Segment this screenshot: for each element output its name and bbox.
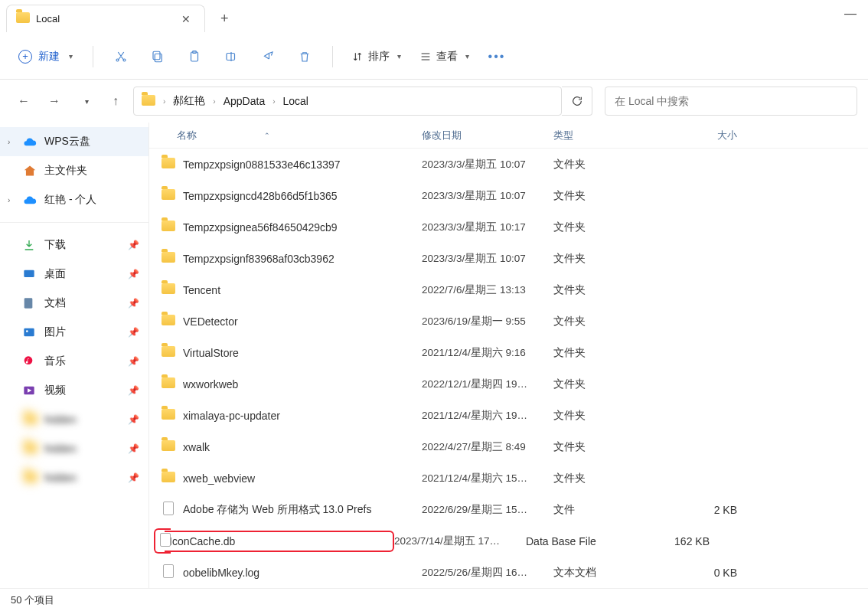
file-list-panel: 名称 ⌃ 修改日期 类型 大小 Tempzxpsign0881533e46c13… bbox=[149, 123, 868, 588]
new-button[interactable]: + 新建 ▾ bbox=[11, 45, 80, 68]
breadcrumb-segment[interactable]: Local bbox=[283, 95, 308, 107]
column-type[interactable]: 类型 bbox=[553, 129, 668, 142]
copy-button[interactable] bbox=[142, 41, 173, 72]
file-row[interactable]: xweb_webview2021/12/4/星期六 15…文件夹 bbox=[149, 462, 868, 494]
view-button[interactable]: 查看 ▾ bbox=[413, 50, 475, 64]
folder-icon bbox=[160, 189, 177, 202]
file-row[interactable]: Tencent2022/7/6/星期三 13:13文件夹 bbox=[149, 274, 868, 306]
file-type: 文件夹 bbox=[553, 189, 668, 203]
file-type: 文件夹 bbox=[553, 221, 668, 234]
pin-icon: 📌 bbox=[128, 443, 139, 454]
file-list[interactable]: Tempzxpsign0881533e46c133972023/3/3/星期五 … bbox=[149, 149, 868, 588]
sort-label: 排序 bbox=[368, 50, 390, 64]
share-button[interactable] bbox=[253, 41, 283, 72]
search-input[interactable] bbox=[605, 87, 857, 116]
file-type: 文本文档 bbox=[553, 566, 668, 580]
breadcrumb-segment[interactable]: 郝红艳 bbox=[173, 94, 205, 108]
sidebar-item[interactable]: hidden📌 bbox=[0, 463, 148, 492]
expand-icon: › bbox=[8, 196, 17, 204]
new-tab-button[interactable]: + bbox=[214, 8, 235, 30]
column-modified[interactable]: 修改日期 bbox=[422, 129, 553, 142]
sidebar-item[interactable]: 下载📌 bbox=[0, 230, 148, 260]
rename-button[interactable] bbox=[216, 41, 246, 72]
delete-button[interactable] bbox=[289, 41, 320, 72]
sidebar-item[interactable]: 音乐📌 bbox=[0, 347, 148, 376]
sidebar-item[interactable]: hidden📌 bbox=[0, 434, 148, 463]
file-size: 162 KB bbox=[641, 535, 710, 547]
chevron-down-icon: ▾ bbox=[397, 52, 401, 60]
home-icon bbox=[23, 165, 38, 177]
file-row[interactable]: Tempzxpsigncd428b66d5f1b3652023/3/3/星期五 … bbox=[149, 180, 868, 211]
file-row[interactable]: Tempzxpsign0881533e46c133972023/3/3/星期五 … bbox=[149, 149, 868, 180]
file-row[interactable]: Tempzxpsignf83968af03cb39622023/3/3/星期五 … bbox=[149, 243, 868, 274]
folder-icon bbox=[16, 12, 30, 25]
file-modified: 2022/5/26/星期四 16… bbox=[422, 566, 553, 580]
forward-button[interactable]: → bbox=[41, 88, 67, 114]
window-minimize-button[interactable]: — bbox=[833, 0, 868, 28]
file-type: 文件夹 bbox=[553, 346, 668, 360]
file-icon bbox=[160, 502, 177, 518]
tab-close-button[interactable]: ✕ bbox=[177, 13, 195, 25]
up-button[interactable]: ↑ bbox=[103, 88, 129, 114]
main-area: ›WPS云盘主文件夹›红艳 - 个人 下载📌桌面📌文档📌图片📌音乐📌视频📌 hi… bbox=[0, 123, 868, 588]
pin-icon: 📌 bbox=[128, 414, 139, 425]
more-button[interactable]: ••• bbox=[481, 41, 512, 72]
svg-rect-5 bbox=[24, 270, 34, 277]
item-count: 50 个项目 bbox=[11, 593, 54, 607]
sidebar-item[interactable]: hidden📌 bbox=[0, 405, 148, 434]
refresh-button[interactable] bbox=[562, 87, 592, 116]
sidebar-item[interactable]: 桌面📌 bbox=[0, 260, 148, 289]
file-row[interactable]: Adobe 存储为 Web 所用格式 13.0 Prefs2022/6/29/星… bbox=[149, 494, 868, 525]
back-button[interactable]: ← bbox=[11, 88, 37, 114]
file-row[interactable]: ximalaya-pc-updater2021/12/4/星期六 19…文件夹 bbox=[149, 400, 868, 431]
recent-button[interactable]: ▾ bbox=[72, 88, 98, 114]
sidebar: ›WPS云盘主文件夹›红艳 - 个人 下载📌桌面📌文档📌图片📌音乐📌视频📌 hi… bbox=[0, 123, 149, 588]
quick-access-icon bbox=[23, 355, 38, 368]
sidebar-item-label: 下载 bbox=[44, 238, 66, 252]
paste-button[interactable] bbox=[179, 41, 210, 72]
file-type: 文件夹 bbox=[553, 283, 668, 297]
column-name[interactable]: 名称 ⌃ bbox=[177, 129, 422, 142]
folder-icon bbox=[160, 252, 177, 265]
title-bar: Local ✕ + — bbox=[0, 0, 868, 34]
file-row[interactable]: VEDetector2023/6/19/星期一 9:55文件夹 bbox=[149, 306, 868, 337]
address-bar[interactable]: › 郝红艳 › AppData › Local bbox=[133, 87, 562, 116]
pin-icon: 📌 bbox=[128, 269, 139, 279]
file-size: 0 KB bbox=[668, 567, 737, 579]
file-row[interactable]: Tempzxpsignea56f84650429cb92023/3/3/星期五 … bbox=[149, 211, 868, 243]
sidebar-item[interactable]: 文档📌 bbox=[0, 289, 148, 318]
quick-access-icon bbox=[23, 297, 38, 309]
window-tab[interactable]: Local ✕ bbox=[6, 5, 205, 32]
sidebar-item[interactable]: 图片📌 bbox=[0, 318, 148, 347]
svg-rect-0 bbox=[155, 54, 162, 62]
file-type: 文件夹 bbox=[553, 440, 668, 454]
sort-button[interactable]: 排序 ▾ bbox=[345, 50, 407, 64]
file-type: Data Base File bbox=[526, 535, 641, 547]
file-row[interactable]: xwalk2022/4/27/星期三 8:49文件夹 bbox=[149, 431, 868, 462]
breadcrumb-segment[interactable]: AppData bbox=[224, 95, 265, 107]
file-row[interactable]: wxworkweb2022/12/1/星期四 19…文件夹 bbox=[149, 368, 868, 400]
folder-icon bbox=[160, 315, 177, 328]
pin-icon: 📌 bbox=[128, 298, 139, 309]
sidebar-item[interactable]: 视频📌 bbox=[0, 376, 148, 405]
cut-button[interactable] bbox=[106, 41, 136, 72]
expand-icon: › bbox=[8, 138, 17, 146]
folder-icon bbox=[160, 472, 177, 485]
file-row[interactable]: IconCache.db2023/7/14/星期五 17…Data Base F… bbox=[149, 525, 868, 557]
file-name: Tempzxpsigncd428b66d5f1b365 bbox=[183, 190, 422, 202]
view-icon bbox=[419, 51, 432, 63]
separator bbox=[332, 46, 333, 67]
tab-title: Local bbox=[36, 13, 60, 25]
file-type: 文件夹 bbox=[553, 472, 668, 485]
sidebar-item[interactable]: ›WPS云盘 bbox=[0, 127, 148, 156]
quick-access-icon bbox=[23, 239, 38, 251]
file-row[interactable]: VirtualStore2021/12/4/星期六 9:16文件夹 bbox=[149, 337, 868, 368]
file-size: 2 KB bbox=[668, 504, 737, 516]
file-row[interactable]: oobelibMkey.log2022/5/26/星期四 16…文本文档0 KB bbox=[149, 557, 868, 588]
column-headers: 名称 ⌃ 修改日期 类型 大小 bbox=[149, 123, 868, 149]
window-controls: — bbox=[833, 0, 868, 28]
sidebar-item[interactable]: ›红艳 - 个人 bbox=[0, 185, 148, 214]
file-modified: 2021/12/4/星期六 15… bbox=[422, 472, 553, 485]
sidebar-item[interactable]: 主文件夹 bbox=[0, 156, 148, 185]
column-size[interactable]: 大小 bbox=[668, 129, 737, 142]
